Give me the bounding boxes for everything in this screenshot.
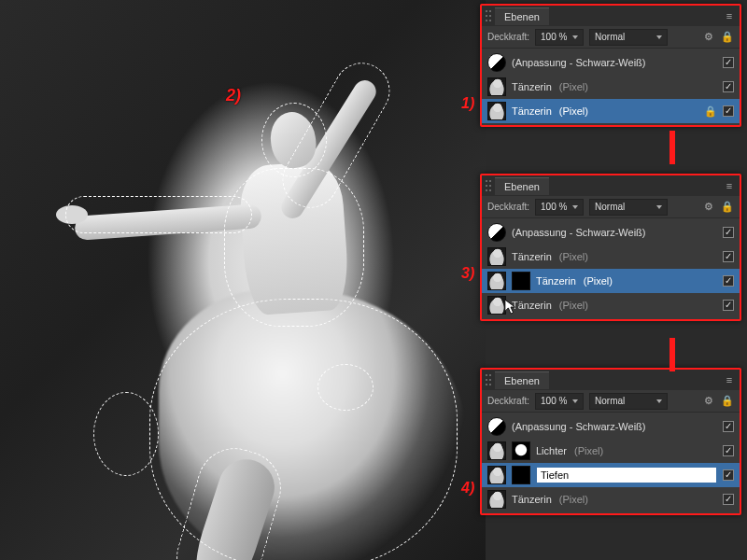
visibility-checkbox[interactable] (723, 105, 734, 117)
chevron-down-icon (572, 35, 578, 39)
chevron-down-icon (656, 205, 662, 209)
visibility-checkbox[interactable] (723, 57, 734, 68)
blendmode-dropdown[interactable]: Normal (589, 199, 668, 216)
visibility-checkbox[interactable] (723, 469, 734, 481)
opacity-label: Deckkraft: (487, 396, 529, 406)
grip-icon[interactable] (486, 10, 491, 21)
visibility-checkbox[interactable] (723, 275, 734, 287)
gear-icon[interactable]: ⚙ (702, 201, 715, 214)
layer-mask-thumb[interactable] (512, 466, 530, 484)
opacity-dropdown[interactable]: 100 % (535, 29, 584, 46)
annotation-3: 3) (461, 265, 474, 282)
layer-thumb-icon[interactable] (487, 247, 506, 266)
layer-row[interactable]: Tänzerin (Pixel) (482, 269, 740, 293)
layer-type-label: (Pixel) (559, 251, 588, 262)
visibility-checkbox[interactable] (723, 421, 734, 432)
layers-panel-3: 4) Ebenen ≡ Deckkraft: 100 % Normal ⚙ 🔒 … (480, 368, 741, 515)
layers-tab[interactable]: Ebenen (495, 177, 549, 195)
layer-type-label: (Pixel) (559, 81, 588, 92)
layer-thumb-icon[interactable] (487, 441, 506, 460)
layer-name: (Anpassung - Schwarz-Weiß) (512, 227, 645, 238)
panel-options: Deckkraft: 100 % Normal ⚙ 🔒 (482, 196, 740, 218)
arrow-down-icon (665, 131, 680, 164)
layer-thumb-icon[interactable] (487, 466, 506, 484)
layer-name: Tänzerin (512, 300, 552, 311)
opacity-label: Deckkraft: (487, 202, 529, 212)
document-canvas[interactable]: 2) (0, 0, 486, 560)
layer-name: Tänzerin (512, 105, 552, 117)
visibility-checkbox[interactable] (723, 445, 734, 456)
layer-name: Lichter (536, 445, 567, 456)
layer-row[interactable] (482, 463, 740, 487)
blendmode-dropdown[interactable]: Normal (589, 29, 668, 46)
adjustment-thumb-icon[interactable] (487, 417, 506, 436)
visibility-checkbox[interactable] (723, 494, 734, 505)
layer-thumb-icon[interactable] (487, 272, 506, 290)
panel-header[interactable]: Ebenen ≡ (482, 175, 740, 196)
lock-icon[interactable]: 🔒 (721, 31, 734, 44)
visibility-checkbox[interactable] (723, 300, 734, 311)
visibility-checkbox[interactable] (723, 81, 734, 92)
layer-name: (Anpassung - Schwarz-Weiß) (512, 421, 645, 432)
lock-icon[interactable]: 🔒 (721, 201, 734, 214)
layer-type-label: (Pixel) (584, 275, 613, 287)
layers-panel-1: 1) Ebenen ≡ Deckkraft: 100 % Normal ⚙ 🔒 … (480, 4, 741, 127)
layer-row[interactable]: Tänzerin (Pixel) (482, 245, 740, 269)
layers-tab[interactable]: Ebenen (495, 371, 549, 389)
layer-thumb-icon[interactable] (487, 102, 506, 120)
panel-options: Deckkraft: 100 % Normal ⚙ 🔒 (482, 390, 740, 413)
adjustment-thumb-icon[interactable] (487, 53, 506, 72)
layer-mask-thumb[interactable] (512, 272, 530, 290)
chevron-down-icon (656, 35, 662, 39)
layer-list: (Anpassung - Schwarz-Weiß)Lichter (Pixel… (482, 413, 740, 513)
panel-menu-icon[interactable]: ≡ (723, 374, 736, 385)
layer-row[interactable]: Tänzerin (Pixel) (482, 293, 740, 317)
layers-panel-2: 3) Ebenen ≡ Deckkraft: 100 % Normal ⚙ 🔒 … (480, 174, 741, 321)
lock-icon[interactable]: 🔒 (704, 105, 717, 118)
annotation-2: 2) (226, 86, 241, 105)
layer-row[interactable]: (Anpassung - Schwarz-Weiß) (482, 220, 740, 245)
layer-list: (Anpassung - Schwarz-Weiß)Tänzerin (Pixe… (482, 49, 740, 125)
panel-header[interactable]: Ebenen ≡ (482, 6, 740, 26)
layer-name: Tänzerin (536, 275, 576, 287)
grip-icon[interactable] (486, 180, 491, 191)
adjustment-thumb-icon[interactable] (487, 223, 506, 242)
layer-list: (Anpassung - Schwarz-Weiß)Tänzerin (Pixe… (482, 218, 740, 319)
layer-type-label: (Pixel) (559, 494, 588, 505)
layer-type-label: (Pixel) (574, 445, 603, 456)
annotation-1: 1) (461, 95, 474, 112)
gear-icon[interactable]: ⚙ (702, 395, 715, 408)
blendmode-dropdown[interactable]: Normal (589, 393, 668, 410)
gear-icon[interactable]: ⚙ (702, 31, 715, 44)
panel-header[interactable]: Ebenen ≡ (482, 370, 740, 390)
opacity-dropdown[interactable]: 100 % (535, 199, 584, 216)
layers-tab[interactable]: Ebenen (495, 7, 549, 25)
lock-icon[interactable]: 🔒 (721, 395, 734, 408)
layer-name: (Anpassung - Schwarz-Weiß) (512, 57, 645, 68)
visibility-checkbox[interactable] (723, 251, 734, 262)
layer-row[interactable]: (Anpassung - Schwarz-Weiß) (482, 414, 740, 439)
layer-thumb-icon[interactable] (487, 296, 506, 315)
layer-thumb-icon[interactable] (487, 490, 506, 509)
layer-row[interactable]: Tänzerin (Pixel)🔒 (482, 99, 740, 123)
opacity-label: Deckkraft: (487, 32, 529, 42)
layer-name: Tänzerin (512, 251, 552, 262)
layer-rename-input[interactable] (536, 467, 717, 483)
chevron-down-icon (572, 205, 578, 209)
layer-row[interactable]: Tänzerin (Pixel) (482, 75, 740, 99)
grip-icon[interactable] (486, 374, 491, 385)
chevron-down-icon (656, 399, 662, 403)
opacity-dropdown[interactable]: 100 % (535, 393, 584, 410)
layer-row[interactable]: Lichter (Pixel) (482, 439, 740, 463)
annotation-4: 4) (461, 480, 474, 497)
panel-menu-icon[interactable]: ≡ (723, 10, 736, 21)
layer-row[interactable]: Tänzerin (Pixel) (482, 487, 740, 511)
panel-menu-icon[interactable]: ≡ (723, 180, 736, 191)
layer-mask-thumb[interactable] (512, 441, 530, 460)
layer-type-label: (Pixel) (559, 105, 588, 117)
layer-thumb-icon[interactable] (487, 77, 506, 96)
visibility-checkbox[interactable] (723, 227, 734, 238)
dancer-figure (37, 56, 467, 541)
layer-row[interactable]: (Anpassung - Schwarz-Weiß) (482, 50, 740, 75)
panel-options: Deckkraft: 100 % Normal ⚙ 🔒 (482, 26, 740, 49)
